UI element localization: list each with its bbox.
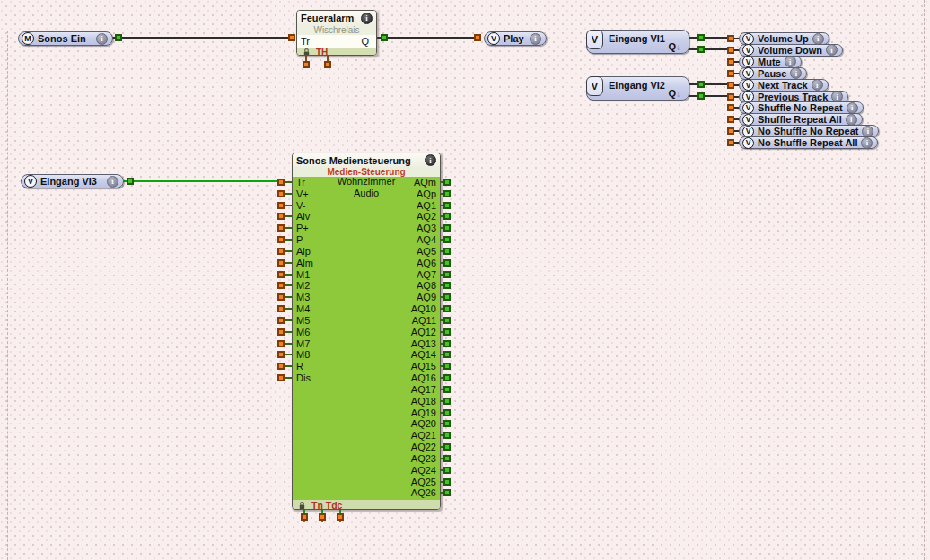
feueralarm-tr-connector[interactable] xyxy=(288,34,295,41)
media-output-connector[interactable] xyxy=(443,455,451,462)
command-pill[interactable]: V Shuffle No Repeat i xyxy=(739,101,864,114)
command-input-connector[interactable] xyxy=(727,70,734,77)
vi1-q-connector[interactable] xyxy=(698,46,705,53)
media-output-connector[interactable] xyxy=(443,351,451,358)
block-play[interactable]: V Play i xyxy=(484,31,547,46)
command-pill[interactable]: V No Shuffle No Repeat i xyxy=(739,125,879,137)
media-output-connector[interactable] xyxy=(443,236,451,243)
block-feueralarm[interactable]: Feueralarm i Wischrelais Tr Q TH xyxy=(296,10,377,56)
media-output-connector[interactable] xyxy=(443,259,451,267)
command-pill[interactable]: V Mute i xyxy=(739,56,802,68)
media-output-connector[interactable] xyxy=(443,317,451,324)
media-output-connector[interactable] xyxy=(443,478,451,486)
info-icon[interactable]: i xyxy=(425,154,436,166)
play-input-connector[interactable] xyxy=(474,34,481,41)
info-icon[interactable]: i xyxy=(846,114,857,126)
media-output-connector[interactable] xyxy=(443,467,451,474)
info-icon[interactable]: i xyxy=(847,102,858,114)
wire-vi2q-to-previous-track[interactable] xyxy=(705,95,728,97)
command-input-connector[interactable] xyxy=(727,82,734,89)
command-pill[interactable]: V Shuffle Repeat All i xyxy=(739,113,863,126)
media-param-connector[interactable] xyxy=(319,513,326,521)
wire-vi1-to-volume-up[interactable] xyxy=(705,37,728,39)
info-icon[interactable]: i xyxy=(361,13,373,24)
media-input-connector[interactable] xyxy=(277,236,285,243)
command-input-connector[interactable] xyxy=(727,139,734,146)
info-icon[interactable]: i xyxy=(831,91,843,102)
wire-vi1q-to-volume-down[interactable] xyxy=(705,48,728,50)
command-input-connector[interactable] xyxy=(727,104,734,111)
media-input-connector[interactable] xyxy=(277,340,285,347)
info-icon[interactable]: i xyxy=(861,137,873,149)
command-pill[interactable]: V Next Track i xyxy=(739,79,829,92)
media-input-connector[interactable] xyxy=(277,282,285,289)
media-output-connector[interactable] xyxy=(443,340,451,347)
media-output-connector[interactable] xyxy=(443,179,451,186)
media-input-connector[interactable] xyxy=(277,259,285,267)
media-output-connector[interactable] xyxy=(443,489,451,496)
vi1-output-connector[interactable] xyxy=(698,34,705,41)
media-output-connector[interactable] xyxy=(443,374,451,381)
media-input-connector[interactable] xyxy=(277,363,285,370)
media-output-connector[interactable] xyxy=(443,213,451,220)
media-output-connector[interactable] xyxy=(443,398,451,405)
media-input-connector[interactable] xyxy=(277,328,285,336)
command-input-connector[interactable] xyxy=(727,116,734,123)
vi2-q-connector[interactable] xyxy=(698,92,705,100)
info-icon[interactable]: i xyxy=(812,79,823,91)
media-input-connector[interactable] xyxy=(277,202,285,209)
wire-sonosein-to-feueralarm[interactable] xyxy=(122,37,289,39)
media-output-connector[interactable] xyxy=(443,202,451,209)
media-input-connector[interactable] xyxy=(277,317,285,324)
media-output-connector[interactable] xyxy=(443,282,451,289)
command-input-connector[interactable] xyxy=(727,127,734,135)
block-eingang-vi2[interactable]: V Eingang VI2 Q↓ xyxy=(586,76,689,101)
media-output-connector[interactable] xyxy=(443,432,451,439)
command-input-connector[interactable] xyxy=(727,47,734,54)
media-param-connector[interactable] xyxy=(301,513,308,521)
media-input-connector[interactable] xyxy=(277,190,285,197)
command-pill[interactable]: V Volume Down i xyxy=(739,44,843,57)
command-input-connector[interactable] xyxy=(727,93,734,101)
media-input-connector[interactable] xyxy=(277,248,285,255)
wiring-canvas[interactable]: M Sonos Ein i Feueralarm i Wischrelais T… xyxy=(0,0,930,560)
vi3-output-connector[interactable] xyxy=(127,178,134,185)
media-input-connector[interactable] xyxy=(277,213,285,220)
media-output-connector[interactable] xyxy=(443,293,451,301)
sonosein-output-connector[interactable] xyxy=(115,34,122,41)
command-pill[interactable]: V No Shuffle Repeat All i xyxy=(739,136,878,149)
info-icon[interactable]: i xyxy=(107,176,118,188)
wire-vi3-to-tr[interactable] xyxy=(133,180,278,182)
wire-vi2-to-next-track[interactable] xyxy=(705,83,728,85)
media-input-connector[interactable] xyxy=(277,351,285,358)
media-output-connector[interactable] xyxy=(443,190,451,197)
block-eingang-vi1[interactable]: V Eingang VI1 Q↓ xyxy=(586,30,689,54)
info-icon[interactable]: i xyxy=(785,56,796,67)
media-input-connector[interactable] xyxy=(277,224,285,232)
block-sonos-ein[interactable]: M Sonos Ein i xyxy=(18,31,113,46)
media-output-connector[interactable] xyxy=(443,305,451,312)
media-input-connector[interactable] xyxy=(277,179,285,186)
info-icon[interactable]: i xyxy=(530,33,541,45)
command-input-connector[interactable] xyxy=(727,58,734,66)
command-pill[interactable]: V Volume Up i xyxy=(739,32,829,45)
media-output-connector[interactable] xyxy=(443,224,451,232)
block-eingang-vi3[interactable]: V Eingang VI3 i xyxy=(21,174,124,188)
command-pill[interactable]: V Previous Track i xyxy=(739,91,848,103)
wire-feueralarm-to-play[interactable] xyxy=(388,37,475,39)
command-pill[interactable]: V Pause i xyxy=(739,67,807,80)
feueralarm-param-connector[interactable] xyxy=(303,61,310,68)
media-input-connector[interactable] xyxy=(277,271,285,278)
info-icon[interactable]: i xyxy=(96,33,108,45)
command-input-connector[interactable] xyxy=(727,35,734,42)
feueralarm-q-connector[interactable] xyxy=(381,34,388,41)
media-output-connector[interactable] xyxy=(443,409,451,416)
media-param-connector[interactable] xyxy=(337,513,344,521)
info-icon[interactable]: i xyxy=(862,126,873,137)
media-output-connector[interactable] xyxy=(443,328,451,336)
info-icon[interactable]: i xyxy=(790,67,802,79)
media-input-connector[interactable] xyxy=(277,374,285,381)
media-output-connector[interactable] xyxy=(443,271,451,278)
vi2-output-connector[interactable] xyxy=(698,81,705,88)
media-output-connector[interactable] xyxy=(443,386,451,393)
